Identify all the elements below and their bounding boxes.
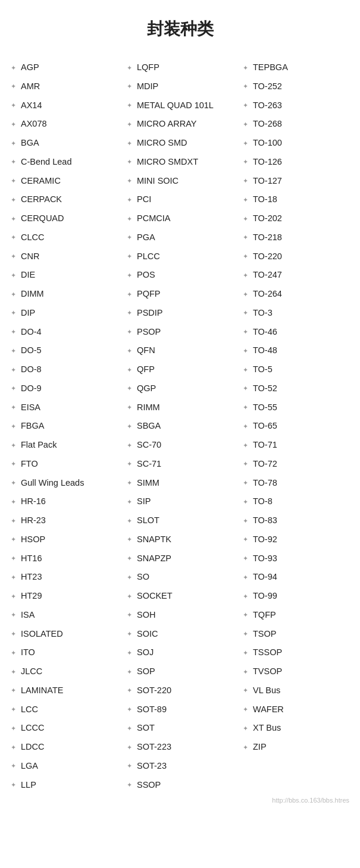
list-item[interactable]: ✦TO-94: [238, 568, 354, 587]
list-item[interactable]: ✦EISA: [6, 398, 122, 417]
list-item[interactable]: ✦TO-264: [238, 285, 354, 304]
list-item[interactable]: ✦AGP: [6, 58, 122, 77]
list-item[interactable]: ✦PLCC: [122, 247, 238, 266]
list-item[interactable]: ✦SIP: [122, 492, 238, 511]
list-item[interactable]: ✦PGA: [122, 228, 238, 247]
list-item[interactable]: ✦TO-126: [238, 153, 354, 172]
list-item[interactable]: ✦LAMINATE: [6, 681, 122, 700]
list-item[interactable]: ✦LLP: [6, 776, 122, 795]
list-item[interactable]: ✦Flat Pack: [6, 436, 122, 455]
list-item[interactable]: ✦TSOP: [238, 625, 354, 644]
list-item[interactable]: ✦DIP: [6, 304, 122, 323]
list-item[interactable]: ✦TO-55: [238, 398, 354, 417]
list-item[interactable]: ✦VL Bus: [238, 681, 354, 700]
list-item[interactable]: ✦MICRO SMD: [122, 134, 238, 153]
list-item[interactable]: ✦JLCC: [6, 662, 122, 681]
list-item[interactable]: ✦QFP: [122, 360, 238, 379]
list-item[interactable]: ✦FTO: [6, 455, 122, 474]
list-item[interactable]: ✦PSOP: [122, 323, 238, 342]
list-item[interactable]: ✦QGP: [122, 379, 238, 398]
list-item[interactable]: ✦TO-5: [238, 360, 354, 379]
list-item[interactable]: ✦TSSOP: [238, 643, 354, 662]
list-item[interactable]: ✦TO-65: [238, 417, 354, 436]
list-item[interactable]: ✦TO-92: [238, 530, 354, 549]
list-item[interactable]: ✦MINI SOIC: [122, 172, 238, 191]
list-item[interactable]: ✦HSOP: [6, 530, 122, 549]
list-item[interactable]: ✦RIMM: [122, 398, 238, 417]
list-item[interactable]: ✦SOJ: [122, 643, 238, 662]
list-item[interactable]: ✦TO-202: [238, 209, 354, 228]
list-item[interactable]: ✦PSDIP: [122, 304, 238, 323]
list-item[interactable]: ✦SOT-23: [122, 757, 238, 776]
list-item[interactable]: ✦TO-100: [238, 134, 354, 153]
list-item[interactable]: ✦SOT-223: [122, 738, 238, 757]
list-item[interactable]: ✦CERAMIC: [6, 172, 122, 191]
list-item[interactable]: ✦SNAPZP: [122, 549, 238, 568]
list-item[interactable]: ✦SSOP: [122, 776, 238, 795]
list-item[interactable]: ✦TO-83: [238, 511, 354, 530]
list-item[interactable]: ✦ITO: [6, 643, 122, 662]
list-item[interactable]: ✦ISA: [6, 606, 122, 625]
list-item[interactable]: ✦TO-18: [238, 190, 354, 209]
list-item[interactable]: ✦BGA: [6, 134, 122, 153]
list-item[interactable]: ✦METAL QUAD 101L: [122, 96, 238, 115]
list-item[interactable]: ✦SBGA: [122, 417, 238, 436]
list-item[interactable]: ✦DO-5: [6, 341, 122, 360]
list-item[interactable]: ✦SNAPTK: [122, 530, 238, 549]
list-item[interactable]: ✦AMR: [6, 77, 122, 96]
list-item[interactable]: ✦SOIC: [122, 625, 238, 644]
list-item[interactable]: ✦DIMM: [6, 285, 122, 304]
list-item[interactable]: ✦SO: [122, 568, 238, 587]
list-item[interactable]: ✦SIMM: [122, 474, 238, 493]
list-item[interactable]: ✦CERPACK: [6, 190, 122, 209]
list-item[interactable]: [238, 763, 354, 769]
list-item[interactable]: ✦TO-8: [238, 492, 354, 511]
list-item[interactable]: ✦CLCC: [6, 228, 122, 247]
list-item[interactable]: ✦Gull Wing Leads: [6, 474, 122, 493]
list-item[interactable]: ✦HR-23: [6, 511, 122, 530]
list-item[interactable]: ✦PCMCIA: [122, 209, 238, 228]
list-item[interactable]: ✦CERQUAD: [6, 209, 122, 228]
list-item[interactable]: ✦MICRO SMDXT: [122, 153, 238, 172]
list-item[interactable]: ✦TO-72: [238, 455, 354, 474]
list-item[interactable]: ✦TO-93: [238, 549, 354, 568]
list-item[interactable]: ✦TO-247: [238, 266, 354, 285]
list-item[interactable]: ✦DO-4: [6, 323, 122, 342]
list-item[interactable]: ✦SOCKET: [122, 587, 238, 606]
list-item[interactable]: ✦HT23: [6, 568, 122, 587]
list-item[interactable]: [238, 757, 354, 763]
list-item[interactable]: ✦FBGA: [6, 417, 122, 436]
list-item[interactable]: ✦XT Bus: [238, 719, 354, 738]
list-item[interactable]: ✦SOH: [122, 606, 238, 625]
list-item[interactable]: ✦TO-252: [238, 77, 354, 96]
list-item[interactable]: ✦HT29: [6, 587, 122, 606]
list-item[interactable]: ✦SC-70: [122, 436, 238, 455]
list-item[interactable]: ✦TO-220: [238, 247, 354, 266]
list-item[interactable]: ✦TO-268: [238, 115, 354, 134]
list-item[interactable]: ✦DO-8: [6, 360, 122, 379]
list-item[interactable]: ✦SOP: [122, 662, 238, 681]
list-item[interactable]: ✦TO-99: [238, 587, 354, 606]
list-item[interactable]: ✦HT16: [6, 549, 122, 568]
list-item[interactable]: ✦ISOLATED: [6, 625, 122, 644]
list-item[interactable]: ✦TO-48: [238, 341, 354, 360]
list-item[interactable]: ✦TQFP: [238, 606, 354, 625]
list-item[interactable]: ✦TO-218: [238, 228, 354, 247]
list-item[interactable]: ✦SOT: [122, 719, 238, 738]
list-item[interactable]: ✦SC-71: [122, 455, 238, 474]
list-item[interactable]: ✦TO-263: [238, 96, 354, 115]
list-item[interactable]: ✦QFN: [122, 341, 238, 360]
list-item[interactable]: ✦TVSOP: [238, 662, 354, 681]
list-item[interactable]: ✦MDIP: [122, 77, 238, 96]
list-item[interactable]: ✦SOT-220: [122, 681, 238, 700]
list-item[interactable]: ✦TO-52: [238, 379, 354, 398]
list-item[interactable]: ✦WAFER: [238, 700, 354, 719]
list-item[interactable]: ✦TO-127: [238, 172, 354, 191]
list-item[interactable]: ✦DIE: [6, 266, 122, 285]
list-item[interactable]: ✦TO-46: [238, 323, 354, 342]
list-item[interactable]: ✦MICRO ARRAY: [122, 115, 238, 134]
list-item[interactable]: ✦ZIP: [238, 738, 354, 757]
list-item[interactable]: ✦TO-3: [238, 304, 354, 323]
list-item[interactable]: ✦SOT-89: [122, 700, 238, 719]
list-item[interactable]: ✦HR-16: [6, 492, 122, 511]
